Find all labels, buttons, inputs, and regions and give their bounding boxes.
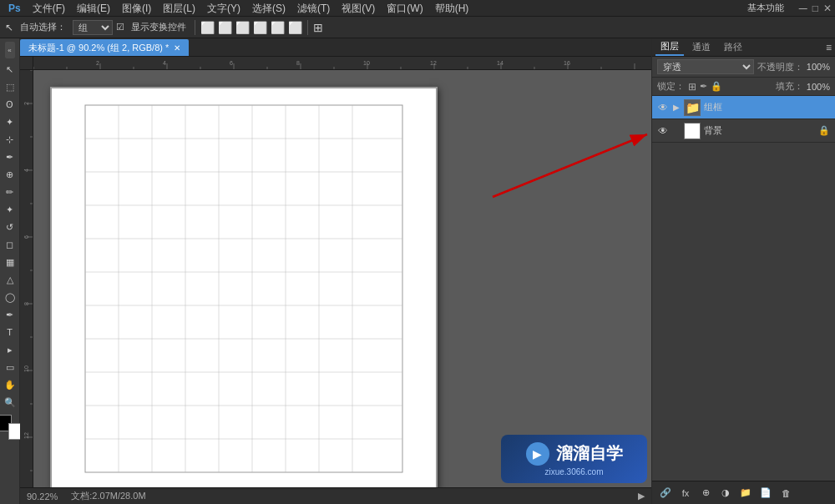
move-tool[interactable]: ↖ xyxy=(2,61,18,78)
link-layers-button[interactable]: 🔗 xyxy=(657,485,674,501)
delete-layer-button[interactable]: 🗑 xyxy=(777,485,794,501)
menu-layer[interactable]: 图层(L) xyxy=(158,0,200,17)
layer-item-group[interactable]: 👁 ▶ 📁 组框 xyxy=(652,96,835,119)
layer-item-background[interactable]: 👁 背景 🔒 xyxy=(652,119,835,143)
lock-pos-icon[interactable]: ✒ xyxy=(700,81,707,92)
hand-tool[interactable]: ✋ xyxy=(2,376,18,393)
marquee-tool[interactable]: ⬚ xyxy=(2,78,18,95)
add-mask-button[interactable]: ⊕ xyxy=(697,485,714,501)
clone-stamp-tool[interactable]: ✦ xyxy=(2,201,18,218)
toolbar: ↖ 自动选择： 组 图层 ☑ 显示变换控件 ⬜ ⬜ ⬜ ⬜ ⬜ ⬜ ⊞ xyxy=(0,17,835,38)
crop-tool[interactable]: ⊹ xyxy=(2,131,18,148)
lock-all-icon[interactable]: 🔒 xyxy=(711,81,722,92)
svg-rect-46 xyxy=(85,105,402,472)
menu-filter[interactable]: 滤镜(T) xyxy=(292,0,335,17)
show-transform-label: 显示变换控件 xyxy=(128,19,190,35)
minimize-button[interactable]: ─ xyxy=(799,2,807,15)
menu-help[interactable]: 帮助(H) xyxy=(430,0,474,17)
watermark-text: 溜溜自学 xyxy=(556,442,623,465)
align-center-icon[interactable]: ⬜ xyxy=(218,21,232,34)
doc-tab-1[interactable]: 未标题-1 @ 90.2% (组 2, RGB/8) * ✕ xyxy=(20,39,189,56)
brush-tool[interactable]: ✏ xyxy=(2,184,18,200)
eyedropper-tool[interactable]: ✒ xyxy=(2,149,18,165)
menu-file[interactable]: 文件(F) xyxy=(28,0,70,17)
align-bottom-icon[interactable]: ⬜ xyxy=(288,21,302,34)
svg-text:2: 2 xyxy=(23,102,29,105)
type-tool[interactable]: T xyxy=(2,324,18,340)
distribute-icon[interactable]: ⊞ xyxy=(313,21,323,34)
navigate-button[interactable]: ▶ xyxy=(638,491,645,501)
gradient-tool[interactable]: ▦ xyxy=(2,254,18,270)
menu-image[interactable]: 图像(I) xyxy=(117,0,156,17)
ruler-corner xyxy=(20,57,33,69)
layer-expand-arrow[interactable]: ▶ xyxy=(672,103,681,112)
healing-brush-tool[interactable]: ⊕ xyxy=(2,166,18,183)
ruler-top: 2 4 6 8 10 12 14 16 xyxy=(33,57,651,69)
align-top-icon[interactable]: ⬜ xyxy=(253,21,267,34)
new-group-button[interactable]: 📁 xyxy=(737,485,754,501)
align-left-icon[interactable]: ⬜ xyxy=(200,21,215,34)
layer-lock-icon: 🔒 xyxy=(818,125,830,136)
select-type-dropdown[interactable]: 组 图层 xyxy=(73,20,113,35)
svg-text:12: 12 xyxy=(23,432,29,439)
fill-label: 填充： xyxy=(776,80,803,93)
new-layer-button[interactable]: 📄 xyxy=(757,485,774,501)
document-canvas xyxy=(52,88,436,487)
magic-wand-tool[interactable]: ✦ xyxy=(2,113,18,130)
close-button[interactable]: ✕ xyxy=(823,3,832,14)
panel-menu-icon[interactable]: ≡ xyxy=(826,42,832,53)
right-panel: 图层 通道 路径 ≡ 穿透 正常 溶解 变暗 正片叠底 不透明度： 100% xyxy=(651,38,835,504)
shape-tool[interactable]: ▭ xyxy=(2,359,18,375)
tools-panel: « ↖ ⬚ ʘ ✦ ⊹ ✒ ⊕ ✏ ✦ ↺ ◻ ▦ △ ◯ ✒ T ▸ ▭ ✋ … xyxy=(0,38,20,504)
move-tool-icon[interactable]: ↖ xyxy=(5,22,13,33)
align-middle-icon[interactable]: ⬜ xyxy=(271,21,285,34)
layer-visibility-eye[interactable]: 👁 xyxy=(657,102,669,113)
tab-layers[interactable]: 图层 xyxy=(655,38,684,56)
lock-pixel-icon[interactable]: ⊞ xyxy=(688,81,696,93)
canvas-content: 2 4 6 8 10 12 14 16 xyxy=(20,57,651,487)
tab-paths[interactable]: 路径 xyxy=(719,39,747,55)
dodge-tool[interactable]: ◯ xyxy=(2,289,18,305)
ps-document xyxy=(50,87,438,487)
menu-text[interactable]: 文字(Y) xyxy=(202,0,245,17)
layers-panel: 穿透 正常 溶解 变暗 正片叠底 不透明度： 100% 锁定： ⊞ ✒ 🔒 填充… xyxy=(652,57,835,504)
menu-edit[interactable]: 编辑(E) xyxy=(72,0,115,17)
menu-view[interactable]: 视图(V) xyxy=(337,0,380,17)
layer-arrow-bg xyxy=(672,127,681,135)
fill-value: 100% xyxy=(807,82,830,92)
basic-func-label: 基本功能 xyxy=(741,0,791,17)
zoom-tool[interactable]: 🔍 xyxy=(2,394,18,411)
tab-channels[interactable]: 通道 xyxy=(687,39,716,55)
pen-tool[interactable]: ✒ xyxy=(2,306,18,323)
layer-name-bg: 背景 xyxy=(704,124,815,137)
maximize-button[interactable]: □ xyxy=(812,3,818,14)
panel-collapse-button[interactable]: « xyxy=(5,42,15,58)
new-adjustment-button[interactable]: ◑ xyxy=(717,485,734,501)
path-select-tool[interactable]: ▸ xyxy=(2,341,18,358)
opacity-value: 100% xyxy=(807,62,830,72)
svg-text:12: 12 xyxy=(430,60,437,66)
show-transform-checkbox[interactable]: ☑ xyxy=(116,22,124,33)
svg-text:8: 8 xyxy=(296,60,300,66)
svg-text:2: 2 xyxy=(96,60,99,66)
menu-window[interactable]: 窗口(W) xyxy=(382,0,428,17)
ruler-side: 2 4 6 8 10 12 xyxy=(20,70,33,487)
svg-text:6: 6 xyxy=(230,60,233,66)
blur-tool[interactable]: △ xyxy=(2,271,18,288)
canvas-scroll-area[interactable] xyxy=(33,70,651,487)
eraser-tool[interactable]: ◻ xyxy=(2,236,18,253)
main-layout: « ↖ ⬚ ʘ ✦ ⊹ ✒ ⊕ ✏ ✦ ↺ ◻ ▦ △ ◯ ✒ T ▸ ▭ ✋ … xyxy=(0,38,835,504)
svg-text:10: 10 xyxy=(23,365,29,372)
blend-mode-select[interactable]: 穿透 正常 溶解 变暗 正片叠底 xyxy=(657,59,754,74)
align-right-icon[interactable]: ⬜ xyxy=(235,21,250,34)
svg-text:6: 6 xyxy=(23,235,29,239)
layer-visibility-eye-bg[interactable]: 👁 xyxy=(657,125,669,137)
lasso-tool[interactable]: ʘ xyxy=(2,96,18,113)
history-brush-tool[interactable]: ↺ xyxy=(2,219,18,235)
fx-button[interactable]: fx xyxy=(677,485,694,501)
opacity-label: 不透明度： xyxy=(757,61,803,73)
watermark-main: ▶ 溜溜自学 xyxy=(526,442,623,466)
doc-tab-close[interactable]: ✕ xyxy=(174,43,180,53)
separator-2 xyxy=(307,20,308,35)
menu-select[interactable]: 选择(S) xyxy=(247,0,291,17)
